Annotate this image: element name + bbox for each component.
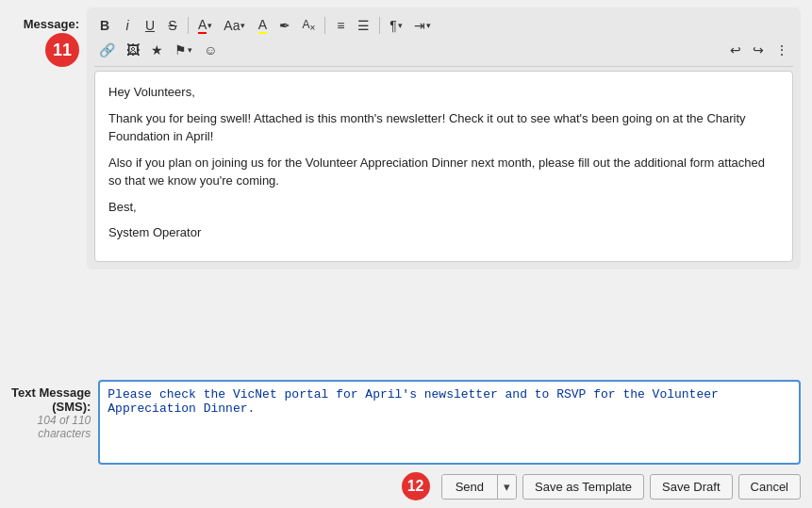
sms-sub-label: (SMS): xyxy=(11,400,91,414)
star-button[interactable]: ★ xyxy=(146,40,168,60)
font-color-button[interactable]: A▾ xyxy=(193,15,217,36)
step-11-badge: 11 xyxy=(45,33,79,67)
message-label-col: Message: 11 xyxy=(11,8,87,67)
save-draft-button[interactable]: Save Draft xyxy=(650,474,732,500)
flag-icon: ⚑ xyxy=(174,42,187,57)
save-template-button[interactable]: Save as Template xyxy=(522,474,644,500)
strikethrough-button[interactable]: S xyxy=(162,15,183,36)
star-icon: ★ xyxy=(151,42,163,57)
flag-button[interactable]: ⚑▾ xyxy=(170,40,197,60)
sms-char-count: 104 of 110 xyxy=(11,414,91,427)
message-label: Message: xyxy=(24,17,79,31)
bullet-list-button[interactable]: ☰ xyxy=(353,15,374,36)
main-container: Message: 11 B i U S A▾ Aa▾ A ✒ A× xyxy=(0,0,812,508)
bold-icon: B xyxy=(100,18,109,33)
link-icon: 🔗 xyxy=(99,42,115,57)
send-group: Send ▾ xyxy=(441,474,517,500)
remove-format-icon: A× xyxy=(302,18,315,33)
italic-icon: i xyxy=(125,18,128,33)
toolbar-row-2: 🔗 🖼 ★ ⚑▾ ☺ ↩ ↪ ⋮ xyxy=(94,38,793,62)
editor-paragraph: Also if you plan on joining us for the V… xyxy=(108,154,779,190)
toolbar: B i U S A▾ Aa▾ A ✒ A× ≡ ☰ ¶▾ ⇥▾ xyxy=(94,13,793,67)
editor-paragraph: System Operator xyxy=(108,223,779,242)
highlight-icon: A xyxy=(258,17,267,34)
indent-button[interactable]: ⇥▾ xyxy=(409,15,436,36)
clear-format-button[interactable]: ✒ xyxy=(274,15,295,36)
editor-paragraph: Thank you for being swell! Attached is t… xyxy=(108,109,779,146)
font-size-icon: Aa xyxy=(224,18,240,33)
chevron-down-icon: ▾ xyxy=(504,480,510,494)
paragraph-icon: ¶ xyxy=(389,18,397,33)
sep-3 xyxy=(379,17,380,34)
strikethrough-icon: S xyxy=(168,18,176,33)
emoji-button[interactable]: ☺ xyxy=(199,40,222,60)
clear-format-icon: ✒ xyxy=(279,18,290,33)
editor-paragraph: Best, xyxy=(108,198,779,217)
underline-button[interactable]: U xyxy=(140,15,160,36)
editor-paragraph: Hey Volunteers, xyxy=(108,83,779,102)
sms-row: Text Message (SMS): 104 of 110 character… xyxy=(11,380,801,465)
underline-icon: U xyxy=(145,18,155,33)
font-color-icon: A xyxy=(198,17,207,34)
emoji-icon: ☺ xyxy=(204,42,217,57)
editor-body[interactable]: Hey Volunteers,Thank you for being swell… xyxy=(94,71,793,262)
send-dropdown-button[interactable]: ▾ xyxy=(497,475,516,499)
indent-icon: ⇥ xyxy=(414,18,425,33)
ordered-list-icon: ≡ xyxy=(337,18,344,33)
bold-button[interactable]: B xyxy=(94,15,115,36)
footer-row: 12 Send ▾ Save as Template Save Draft Ca… xyxy=(11,465,801,500)
more-icon: ⋮ xyxy=(775,42,788,57)
italic-button[interactable]: i xyxy=(117,15,138,36)
redo-icon: ↪ xyxy=(753,42,764,57)
highlight-button[interactable]: A xyxy=(252,15,273,36)
message-row: Message: 11 B i U S A▾ Aa▾ A ✒ A× xyxy=(11,8,801,372)
editor-container: B i U S A▾ Aa▾ A ✒ A× ≡ ☰ ¶▾ ⇥▾ xyxy=(87,8,801,270)
sms-label-col: Text Message (SMS): 104 of 110 character… xyxy=(11,380,98,440)
sms-label: Text Message xyxy=(11,385,91,400)
send-button[interactable]: Send xyxy=(442,475,497,499)
font-size-button[interactable]: Aa▾ xyxy=(219,15,250,36)
remove-format-button[interactable]: A× xyxy=(297,15,320,36)
cancel-button[interactable]: Cancel xyxy=(738,474,801,500)
step-12-badge: 12 xyxy=(402,472,430,500)
paragraph-button[interactable]: ¶▾ xyxy=(385,15,407,36)
undo-button[interactable]: ↩ xyxy=(725,40,746,60)
redo-button[interactable]: ↪ xyxy=(748,40,769,60)
sep-2 xyxy=(324,17,325,34)
sep-1 xyxy=(188,17,189,34)
ordered-list-button[interactable]: ≡ xyxy=(330,15,351,36)
sms-textarea-col xyxy=(98,380,801,465)
more-options-button[interactable]: ⋮ xyxy=(771,40,793,60)
undo-icon: ↩ xyxy=(730,42,741,57)
image-icon: 🖼 xyxy=(126,42,140,57)
image-button[interactable]: 🖼 xyxy=(122,40,144,60)
toolbar-row-1: B i U S A▾ Aa▾ A ✒ A× ≡ ☰ ¶▾ ⇥▾ xyxy=(94,13,793,38)
link-button[interactable]: 🔗 xyxy=(94,40,120,60)
bullet-list-icon: ☰ xyxy=(357,18,370,33)
sms-textarea[interactable] xyxy=(98,380,801,465)
sms-char-label: characters xyxy=(11,427,91,440)
